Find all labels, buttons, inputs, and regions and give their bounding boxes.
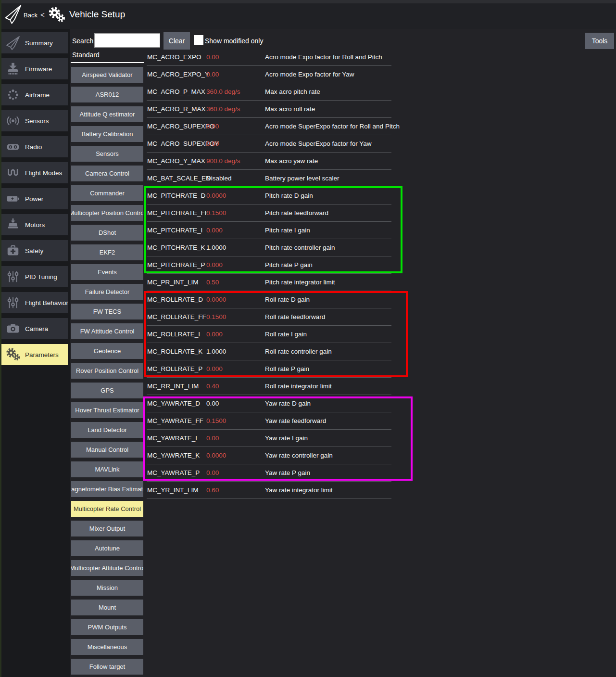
sidebar-item-safety[interactable]: Safety [1,240,68,261]
category-autotune[interactable]: Autotune [71,540,143,556]
category-failure-detector[interactable]: Failure Detector [71,284,143,300]
category-multicopter-attitude-control[interactable]: Multicopter Attitude Control [71,560,143,576]
category-label: PWM Outputs [88,624,127,631]
sidebar-item-camera[interactable]: Camera [1,318,68,339]
param-row-mc-yawrate-p[interactable]: MC_YAWRATE_P0.00Yaw rate P gain [147,464,391,482]
search-input[interactable] [94,33,160,48]
param-row-mc-acro-y-max[interactable]: MC_ACRO_Y_MAX900.0 deg/sMax acro yaw rat… [147,153,391,170]
category-airspeed-validator[interactable]: Airspeed Validator [71,67,143,83]
param-row-mc-yawrate-d[interactable]: MC_YAWRATE_D0.00Yaw rate D gain [147,395,391,412]
category-camera-control[interactable]: Camera Control [71,166,143,181]
param-row-mc-rollrate-i[interactable]: MC_ROLLRATE_I0.000Roll rate I gain [147,326,391,343]
param-description: Yaw rate D gain [265,395,311,412]
category-mixer-output[interactable]: Mixer Output [71,521,143,536]
category-follow-target[interactable]: Follow target [71,659,143,675]
sidebar-item-summary[interactable]: Summary [1,32,68,53]
category-manual-control[interactable]: Manual Control [71,442,143,458]
airframe-icon [5,87,21,103]
show-modified-label: Show modified only [205,37,263,45]
category-sensors[interactable]: Sensors [71,146,143,162]
sidebar-item-sensors[interactable]: Sensors [1,110,68,131]
category-ekf2[interactable]: EKF2 [71,244,143,260]
param-row-mc-rollrate-k[interactable]: MC_ROLLRATE_K1.0000Roll rate controller … [147,343,391,360]
param-row-mc-yawrate-k[interactable]: MC_YAWRATE_K0.0000Yaw rate controller ga… [147,447,391,464]
category-rover-position-control[interactable]: Rover Position Control [71,363,143,379]
param-value: 0.1500 [206,204,226,221]
param-description: Yaw rate feedforward [265,412,326,429]
category-dshot[interactable]: DShot [71,225,143,241]
show-modified-checkbox[interactable] [194,35,203,45]
sidebar-item-flight-behavior[interactable]: Flight Behavior [1,292,68,313]
category-land-detector[interactable]: Land Detector [71,422,143,438]
param-value: 0.1500 [206,308,226,325]
param-row-mc-acro-r-max[interactable]: MC_ACRO_R_MAX360.0 deg/sMax acro roll ra… [147,101,391,118]
category-attitude-q-estimator[interactable]: Attitude Q estimator [71,106,143,122]
param-value: 0.00 [206,66,219,83]
param-name: MC_YAWRATE_K [147,447,200,464]
param-row-mc-rollrate-ff[interactable]: MC_ROLLRATE_FF0.1500Roll rate feedforwar… [147,308,391,326]
category-label: ASR012 [96,91,119,98]
param-description: Yaw rate controller gain [265,447,333,464]
sidebar-item-motors[interactable]: Motors [1,214,68,235]
param-row-mc-acro-expo[interactable]: MC_ACRO_EXPO0.00Acro mode Expo factor fo… [147,49,391,66]
category-battery-calibration[interactable]: Battery Calibration [71,126,143,142]
param-row-mc-yawrate-ff[interactable]: MC_YAWRATE_FF0.1500Yaw rate feedforward [147,412,391,430]
param-row-mc-acro-expo-y[interactable]: MC_ACRO_EXPO_Y0.00Acro mode Expo factor … [147,66,391,83]
param-name: MC_PITCHRATE_D [147,187,205,204]
param-description: Pitch rate D gain [265,187,313,204]
category-pwm-outputs[interactable]: PWM Outputs [71,619,143,635]
category-gps[interactable]: GPS [71,383,143,398]
sidebar-item-airframe[interactable]: Airframe [1,84,68,105]
param-row-mc-pitchrate-p[interactable]: MC_PITCHRATE_P0.000Pitch rate P gain [147,256,391,274]
sidebar-item-label: Camera [25,325,48,332]
param-description: Acro mode SuperExpo factor for Roll and … [265,118,400,135]
category-magnetometer-bias-estimator[interactable]: Magnetometer Bias Estimator [71,481,143,497]
sidebar-item-radio[interactable]: Radio [1,136,68,157]
back-button[interactable]: Back [24,12,38,19]
category-hover-thrust-estimator[interactable]: Hover Thrust Estimator [71,402,143,418]
param-row-mc-rollrate-d[interactable]: MC_ROLLRATE_D0.0000Roll rate D gain [147,291,391,308]
category-label: Follow target [89,663,125,670]
flight-modes-icon [5,165,21,181]
param-row-mc-acro-supexpoy[interactable]: MC_ACRO_SUPEXPOY0.00Acro mode SuperExpo … [147,135,391,153]
param-row-mc-yr-int-lim[interactable]: MC_YR_INT_LIM0.60Yaw rate integrator lim… [147,482,391,499]
tools-button[interactable]: Tools [585,33,614,49]
sliders-icon [5,268,21,285]
sidebar-item-pid-tuning[interactable]: PID Tuning [1,266,68,287]
category-miscellaneous[interactable]: Miscellaneous [71,639,143,655]
sidebar-item-label: Sensors [25,117,49,125]
breadcrumb-separator: < [40,11,45,19]
param-row-mc-rr-int-lim[interactable]: MC_RR_INT_LIM0.40Roll rate integrator li… [147,378,391,395]
category-events[interactable]: Events [71,264,143,280]
category-multicopter-position-control[interactable]: Multicopter Position Control [71,205,143,221]
param-row-mc-bat-scale-en[interactable]: MC_BAT_SCALE_ENDisabledBattery power lev… [147,170,391,187]
param-row-mc-rollrate-p[interactable]: MC_ROLLRATE_P0.000Roll rate P gain [147,360,391,378]
param-row-mc-pr-int-lim[interactable]: MC_PR_INT_LIM0.50Pitch rate integrator l… [147,274,391,291]
sidebar-item-power[interactable]: Power [1,188,68,209]
category-mavlink[interactable]: MAVLink [71,461,143,477]
category-fw-tecs[interactable]: FW TECS [71,304,143,319]
category-mission[interactable]: Mission [71,580,143,596]
category-commander[interactable]: Commander [71,185,143,201]
category-multicopter-rate-control[interactable]: Multicopter Rate Control [71,501,143,517]
sidebar-item-parameters[interactable]: Parameters [1,344,68,365]
param-row-mc-yawrate-i[interactable]: MC_YAWRATE_I0.00Yaw rate I gain [147,430,391,447]
param-name: MC_YAWRATE_FF [147,412,203,429]
category-asr012[interactable]: ASR012 [71,87,143,102]
param-row-mc-pitchrate-ff[interactable]: MC_PITCHRATE_FF0.1500Pitch rate feedforw… [147,204,391,222]
category-mount[interactable]: Mount [71,600,143,615]
param-row-mc-pitchrate-k[interactable]: MC_PITCHRATE_K1.0000Pitch rate controlle… [147,239,391,256]
param-row-mc-pitchrate-d[interactable]: MC_PITCHRATE_D0.0000Pitch rate D gain [147,187,391,204]
sidebar-item-flight-modes[interactable]: Flight Modes [1,162,68,183]
clear-button[interactable]: Clear [163,32,190,50]
category-fw-attitude-control[interactable]: FW Attitude Control [71,323,143,339]
param-value: 0.0000 [206,291,226,308]
tools-button-label: Tools [592,37,608,45]
param-row-mc-pitchrate-i[interactable]: MC_PITCHRATE_I0.000Pitch rate I gain [147,222,391,239]
sidebar-item-firmware[interactable]: Firmware [1,58,68,79]
category-label: Geofence [94,347,121,355]
param-description: Max acro roll rate [265,101,315,117]
param-row-mc-acro-supexpo[interactable]: MC_ACRO_SUPEXPO0.00Acro mode SuperExpo f… [147,118,391,135]
category-geofence[interactable]: Geofence [71,343,143,359]
param-row-mc-acro-p-max[interactable]: MC_ACRO_P_MAX360.0 deg/sMax acro pitch r… [147,83,391,101]
